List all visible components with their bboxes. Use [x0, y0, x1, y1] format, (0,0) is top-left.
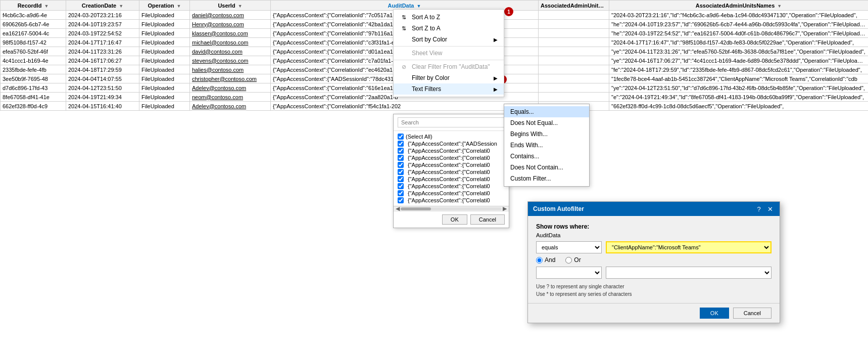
- menu-filter-color-label: Filter by Color: [412, 74, 450, 81]
- table-cell: "2024-04-17T17:16:47","Id":"98f5108d-f15…: [609, 38, 869, 47]
- filter-checkbox[interactable]: [398, 197, 404, 203]
- table-cell: 690626b5-6cb7-4e: [1, 20, 66, 29]
- filter-list-item[interactable]: (Select All): [398, 133, 505, 140]
- filter-icon-assocunits[interactable]: ▼: [604, 4, 608, 9]
- filter-checkbox[interactable]: [398, 162, 404, 168]
- table-cell: 2024-04-17T17:16:47: [66, 38, 139, 47]
- col-header-assocnames[interactable]: AssociatedAdminUnitsNames ▼: [609, 1, 869, 11]
- dialog-operator-select[interactable]: equals does not equal begins with ends w…: [536, 241, 602, 253]
- filter-icon-auditdata[interactable]: ▼: [417, 4, 421, 9]
- filter-checkbox[interactable]: [398, 183, 404, 189]
- filter-ok-button[interactable]: OK: [442, 214, 467, 225]
- filter-item-label: {"AppAccessContext":{"Correlati0: [408, 169, 490, 175]
- text-filter-equals[interactable]: Equals...: [504, 106, 589, 117]
- menu-sort-za[interactable]: ⇅ Sort Z to A: [394, 23, 504, 34]
- filter-list-item[interactable]: {"AppAccessContext":{"Correlati0: [398, 176, 505, 183]
- dialog-ok-button[interactable]: OK: [700, 308, 729, 319]
- filter-checkbox[interactable]: [398, 148, 404, 154]
- filter-item-label: {"AppAccessContext":{"Correlati0: [408, 176, 490, 182]
- filter-search-input[interactable]: [398, 117, 505, 127]
- filter-list-item[interactable]: {"AppAccessContext":{"Correlati0: [398, 154, 505, 161]
- filter-icon-assocnames[interactable]: ▼: [777, 4, 782, 9]
- table-cell: Henry@contoso.com: [190, 20, 271, 29]
- table-cell: [539, 56, 609, 65]
- menu-sep-1: [394, 46, 504, 47]
- text-filter-notequals[interactable]: Does Not Equal...: [504, 117, 589, 128]
- dialog-title: Custom Autofilter: [533, 205, 584, 212]
- filter-list-item[interactable]: {"AppAccessContext":{"Correlati0: [398, 161, 505, 168]
- filter-icon-userid[interactable]: ▼: [238, 4, 243, 9]
- filter-checkbox[interactable]: [398, 176, 404, 182]
- spreadsheet: RecordId ▼ CreationDate ▼ Operation ▼ Us…: [0, 0, 868, 348]
- filter-checkbox[interactable]: [398, 190, 404, 196]
- col-header-operation[interactable]: Operation ▼: [139, 1, 190, 11]
- text-filter-custom[interactable]: Custom Filter...: [504, 173, 589, 184]
- col-header-userid[interactable]: UserId ▼: [190, 1, 271, 11]
- menu-text-filters[interactable]: Text Filters ▶: [394, 83, 504, 95]
- col-header-creationdate[interactable]: CreationDate ▼: [66, 1, 139, 11]
- filter-panel: (Select All){"AppAccessContext":{"AADSes…: [393, 114, 509, 228]
- dialog-cancel-button[interactable]: Cancel: [733, 308, 771, 319]
- dialog-hint-line1: Use ? to represent any single character: [536, 283, 771, 290]
- table-cell: [539, 47, 609, 56]
- menu-sort-za-label: Sort Z to A: [412, 25, 441, 32]
- text-filter-beginswith[interactable]: Begins With...: [504, 128, 589, 140]
- text-filter-endswith[interactable]: Ends With...: [504, 140, 589, 151]
- text-filter-notcontains[interactable]: Does Not Contain...: [504, 162, 589, 173]
- table-cell: 2024-04-12T23:51:50: [66, 83, 139, 93]
- dialog-operator2-select[interactable]: equals does not equal: [536, 267, 602, 279]
- filter-list-item[interactable]: {"AppAccessContext":{"AADSession: [398, 140, 505, 147]
- filter-cancel-button[interactable]: Cancel: [470, 214, 505, 225]
- filter-scrollbar[interactable]: ◀ ▶: [394, 206, 509, 211]
- text-filter-custom-label: Custom Filter...: [510, 175, 551, 182]
- dialog-value2-select[interactable]: [606, 267, 771, 279]
- scroll-right-btn[interactable]: ▶: [502, 205, 508, 212]
- menu-sort-color-label: Sort by Color: [412, 36, 447, 43]
- filter-icon-operation[interactable]: ▼: [177, 4, 181, 9]
- table-cell: "662ef328-ff0d-4c99-1c8d-08dc5d6aecf5","…: [609, 102, 869, 111]
- dialog-or-radio[interactable]: [565, 257, 572, 264]
- dialog-close-button[interactable]: ✕: [765, 204, 775, 213]
- col-header-assocunits[interactable]: AssociatedAdminUnits ▼: [539, 1, 609, 11]
- filter-list-item[interactable]: {"AppAccessContext":{"Correlati0: [398, 190, 505, 197]
- filter-icon-creationdate[interactable]: ▼: [119, 4, 123, 9]
- filter-buttons-row: OK Cancel: [394, 211, 509, 228]
- filter-item-label: {"AppAccessContext":{"AADSession: [408, 141, 497, 147]
- scrollbar-thumb[interactable]: [401, 207, 431, 210]
- table-cell: 2335fbde-fefe-4fb: [1, 65, 66, 74]
- dialog-and-radio[interactable]: [536, 257, 543, 264]
- menu-sort-az-label: Sort A to Z: [412, 14, 440, 21]
- table-cell: 3ee50b9f-7695-48: [1, 74, 66, 83]
- text-filter-contains[interactable]: Contains...: [504, 151, 589, 162]
- table-cell: "e":"2024-04-19T21:49:34","Id":"8fe67058…: [609, 93, 869, 102]
- filter-icon-recordid[interactable]: ▼: [44, 4, 49, 9]
- filter-checkbox[interactable]: [398, 141, 404, 147]
- filter-list-item[interactable]: {"AppAccessContext":{"Correlati0: [398, 197, 505, 204]
- filter-list-item[interactable]: {"AppAccessContext":{"Correlati0: [398, 147, 505, 154]
- menu-sort-color[interactable]: Sort by Color ▶: [394, 34, 504, 45]
- dialog-help-button[interactable]: ?: [754, 204, 763, 213]
- scroll-left-btn[interactable]: ◀: [395, 205, 401, 212]
- table-cell: FileUploaded: [139, 47, 190, 56]
- filter-list-item[interactable]: {"AppAccessContext":{"Correlati0: [398, 168, 505, 176]
- table-cell: [539, 93, 609, 102]
- menu-sort-az[interactable]: ⇅ Sort A to Z: [394, 12, 504, 23]
- table-cell: [539, 83, 609, 93]
- filter-checkbox[interactable]: [398, 134, 404, 140]
- dialog-and-label[interactable]: And: [536, 256, 555, 264]
- table-cell: 2024-04-04T14:07:55: [66, 74, 139, 83]
- dialog-footer: OK Cancel: [528, 303, 780, 323]
- table-cell: 2024-04-10T19:23:57: [66, 20, 139, 29]
- table-cell: [539, 65, 609, 74]
- dialog-second-condition-row: equals does not equal: [536, 267, 771, 279]
- table-cell: "he":"2024-04-10T19:23:57","Id":"690626b…: [609, 20, 869, 29]
- filter-list-item[interactable]: {"AppAccessContext":{"Correlati0: [398, 183, 505, 190]
- dialog-value-select[interactable]: "ClientAppName":"Microsoft Teams": [606, 241, 771, 253]
- col-header-recordid[interactable]: RecordId ▼: [1, 1, 66, 11]
- filter-checkbox[interactable]: [398, 155, 404, 161]
- filter-checkbox[interactable]: [398, 169, 404, 175]
- dialog-or-label[interactable]: Or: [565, 256, 581, 264]
- table-cell: daniel@contoso.com: [190, 11, 271, 20]
- menu-filter-color[interactable]: Filter by Color ▶: [394, 72, 504, 83]
- table-cell: {"AppAccessContext":{"CorrelationId":"f5…: [271, 102, 539, 111]
